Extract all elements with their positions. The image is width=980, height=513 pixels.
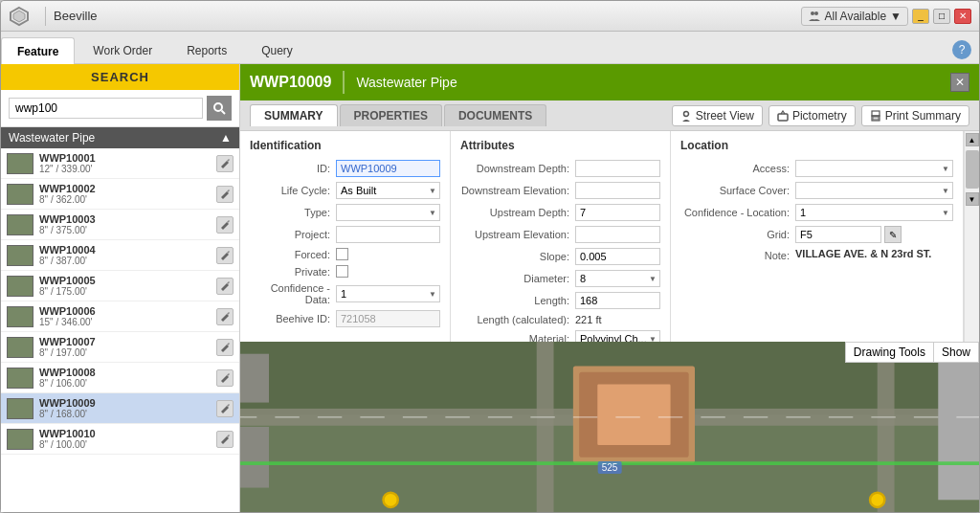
- list-item-sub: 8" / 100.00': [39, 439, 216, 450]
- surface-cover-select[interactable]: [795, 182, 953, 199]
- all-available-dropdown[interactable]: All Available ▼: [801, 7, 908, 26]
- nav-tab-reports[interactable]: Reports: [170, 36, 243, 63]
- length-calc-value: 221 ft: [575, 314, 660, 325]
- grid-edit-button[interactable]: ✎: [884, 226, 902, 243]
- nav-tab-query[interactable]: Query: [245, 36, 309, 63]
- tab-properties[interactable]: PROPERTIES: [340, 104, 442, 126]
- private-checkbox[interactable]: [336, 265, 348, 278]
- list-item[interactable]: WWP1000615" / 346.00': [1, 301, 239, 332]
- app-window: Beeville All Available ▼ _ □ ✕ Feature W…: [0, 0, 980, 513]
- details-scrollbar[interactable]: ▲ ▼: [964, 131, 979, 342]
- type-select[interactable]: [336, 204, 440, 221]
- search-input[interactable]: [9, 98, 203, 119]
- list-item[interactable]: WWP100078" / 197.00': [1, 332, 239, 363]
- list-item-edit-icon[interactable]: [216, 155, 234, 172]
- list-item[interactable]: WWP100088" / 106.00': [1, 363, 239, 393]
- print-summary-button[interactable]: Print Summary: [861, 105, 969, 126]
- project-input[interactable]: [336, 226, 440, 243]
- list-item-sub: 8" / 197.00': [39, 347, 216, 358]
- tab-documents[interactable]: DOCUMENTS: [444, 104, 546, 126]
- lifecycle-select-wrapper: As Built: [336, 182, 440, 199]
- list-item-edit-icon[interactable]: [216, 431, 234, 448]
- help-button[interactable]: ?: [952, 40, 971, 59]
- maximize-button[interactable]: □: [933, 9, 950, 24]
- material-select[interactable]: Polyvinyl Ch...: [575, 330, 660, 342]
- list-item-edit-icon[interactable]: [216, 186, 234, 203]
- list-item-edit-icon[interactable]: [216, 247, 234, 264]
- list-item-info: WWP100078" / 197.00': [39, 336, 216, 358]
- close-button[interactable]: ✕: [954, 9, 971, 24]
- downstream-depth-input[interactable]: [575, 160, 660, 177]
- access-select[interactable]: [795, 160, 953, 177]
- list-item-id: WWP10005: [39, 275, 216, 286]
- list-item[interactable]: WWP100048" / 387.00': [1, 240, 239, 271]
- search-bar-label: SEARCH: [1, 64, 239, 90]
- upstream-elev-input[interactable]: [575, 226, 660, 243]
- confidence-data-select[interactable]: 1: [336, 285, 440, 302]
- all-available-label: All Available: [825, 10, 887, 23]
- list-item-edit-icon[interactable]: [216, 339, 234, 356]
- list-item-edit-icon[interactable]: [216, 278, 234, 295]
- forced-checkbox[interactable]: [336, 248, 348, 260]
- svg-point-4: [214, 103, 222, 111]
- slope-input[interactable]: [575, 248, 660, 265]
- list-item-id: WWP10003: [39, 213, 216, 225]
- grid-label: Grid:: [680, 229, 795, 240]
- minimize-button[interactable]: _: [912, 9, 929, 24]
- downstream-depth-row: Downstream Depth:: [460, 160, 660, 177]
- svg-point-24: [384, 493, 398, 507]
- grid-input[interactable]: [795, 226, 881, 243]
- search-button[interactable]: [207, 96, 232, 121]
- upstream-depth-input[interactable]: [575, 204, 660, 221]
- list-item-info: WWP100108" / 100.00': [39, 428, 216, 450]
- svg-point-3: [814, 11, 818, 15]
- list-item-edit-icon[interactable]: [216, 308, 234, 325]
- drawing-tools-button[interactable]: Drawing Tools: [846, 343, 934, 362]
- print-icon: [870, 110, 881, 122]
- scroll-down-button[interactable]: ▼: [966, 192, 979, 206]
- slope-label: Slope:: [460, 251, 575, 262]
- length-input[interactable]: [575, 292, 660, 309]
- help-label: ?: [959, 43, 966, 56]
- confidence-data-row: Confidence - Data: 1: [250, 282, 440, 305]
- street-view-button[interactable]: Street View: [672, 105, 763, 126]
- list-item-edit-icon[interactable]: [216, 369, 234, 387]
- id-field-input[interactable]: [336, 160, 440, 177]
- svg-point-6: [683, 111, 688, 116]
- beehive-input[interactable]: [336, 310, 440, 327]
- list-item-edit-icon[interactable]: [216, 216, 234, 234]
- downstream-elev-input[interactable]: [575, 182, 660, 199]
- svg-rect-18: [597, 385, 670, 446]
- project-field-row: Project:: [250, 226, 440, 243]
- search-row: [1, 90, 239, 127]
- nav-tab-workorder[interactable]: Work Order: [77, 36, 168, 63]
- list-item[interactable]: WWP100058" / 175.00': [1, 271, 239, 301]
- details-area: Identification ID: Life Cycle: As Built: [240, 131, 979, 342]
- private-field-row: Private:: [250, 265, 440, 278]
- title-sep: [45, 7, 46, 26]
- attributes-title: Attributes: [460, 139, 660, 152]
- diameter-select[interactable]: 8: [575, 270, 660, 287]
- list-item-info: WWP100028" / 362.00': [39, 183, 216, 205]
- lifecycle-select[interactable]: As Built: [336, 182, 440, 199]
- list-items: WWP1000112" / 339.00'WWP100028" / 362.00…: [1, 148, 239, 512]
- list-item[interactable]: WWP100028" / 362.00': [1, 179, 239, 210]
- confidence-location-select[interactable]: 1: [795, 204, 953, 221]
- list-item[interactable]: WWP100038" / 375.00': [1, 210, 239, 240]
- list-item-thumbnail: [7, 184, 33, 205]
- nav-tab-feature[interactable]: Feature: [1, 37, 75, 64]
- list-item[interactable]: WWP1000112" / 339.00': [1, 148, 239, 179]
- list-item[interactable]: WWP100098" / 168.00': [1, 393, 239, 424]
- slope-row: Slope:: [460, 248, 660, 265]
- tab-summary[interactable]: SUMMARY: [250, 104, 338, 126]
- scroll-thumb[interactable]: [966, 150, 979, 189]
- scroll-up-button[interactable]: ▲: [966, 133, 979, 146]
- list-item[interactable]: WWP100108" / 100.00': [1, 424, 239, 455]
- pictometry-button[interactable]: Pictometry: [768, 105, 856, 126]
- feature-close-button[interactable]: ✕: [950, 73, 969, 92]
- list-item-edit-icon[interactable]: [216, 400, 234, 417]
- show-button[interactable]: Show: [934, 343, 978, 362]
- list-item-info: WWP100088" / 106.00': [39, 367, 216, 389]
- list-item-info: WWP1000615" / 346.00': [39, 305, 216, 327]
- access-row: Access:: [680, 160, 953, 177]
